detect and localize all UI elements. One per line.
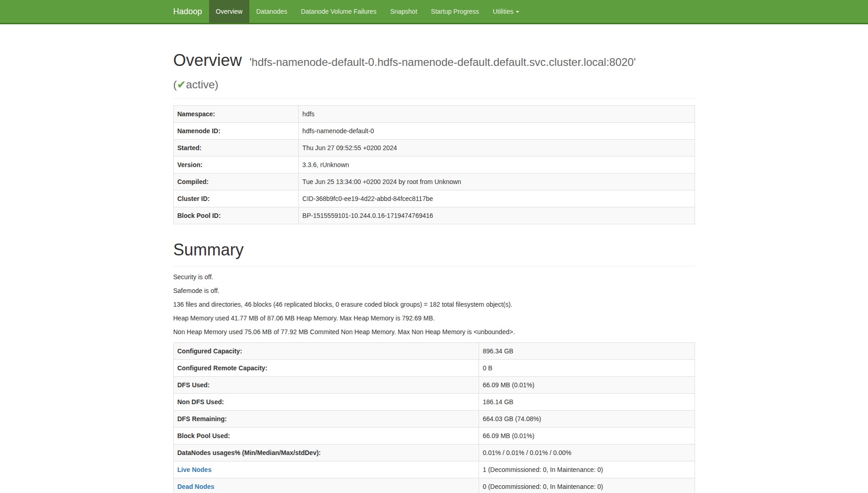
summary-title: Summary	[173, 240, 244, 259]
table-row: Started: Thu Jun 27 09:52:55 +0200 2024	[173, 140, 695, 157]
row-label: DFS Used:	[173, 376, 479, 393]
summary-line-non-heap-memory: Non Heap Memory used 75.06 MB of 77.92 M…	[173, 328, 695, 337]
summary-line-safemode: Safemode is off.	[173, 287, 695, 296]
summary-line-heap-memory: Heap Memory used 41.77 MB of 87.06 MB He…	[173, 314, 695, 323]
navbar-brand[interactable]: Hadoop	[167, 0, 209, 23]
table-row: Non DFS Used: 186.14 GB	[173, 393, 695, 410]
navbar-container: Hadoop Overview Datanodes Datanode Volum…	[167, 0, 702, 23]
table-row: DFS Used: 66.09 MB (0.01%)	[173, 376, 695, 393]
divider	[173, 98, 695, 99]
state-close-paren: )	[215, 78, 218, 91]
caret-down-icon	[516, 11, 519, 13]
row-label: Cluster ID:	[173, 190, 298, 207]
row-label: DataNodes usages% (Min/Median/Max/stdDev…	[173, 444, 479, 461]
table-row: DFS Remaining: 664.03 GB (74.08%)	[173, 410, 695, 427]
nav-item: Snapshot	[383, 0, 424, 23]
live-nodes-link[interactable]: Live Nodes	[178, 466, 212, 473]
row-value: 664.03 GB (74.08%)	[479, 410, 695, 427]
row-value: 1 (Decommissioned: 0, In Maintenance: 0)	[479, 461, 695, 478]
page-title: Overview	[173, 51, 242, 70]
row-value: hdfs-namenode-default-0	[298, 123, 695, 140]
table-row: Compiled: Tue Jun 25 13:34:00 +0200 2024…	[173, 173, 695, 190]
row-label: Version:	[173, 157, 298, 173]
row-label: Configured Capacity:	[173, 342, 479, 359]
nav-item: Utilities	[486, 0, 526, 23]
nav-item: Overview	[209, 0, 249, 23]
summary-line-security: Security is off.	[173, 273, 695, 282]
nav-item: Datanodes	[249, 0, 294, 23]
table-row: Namespace: hdfs	[173, 106, 695, 123]
summary-text: Security is off. Safemode is off. 136 fi…	[173, 273, 695, 337]
row-label: DFS Remaining:	[173, 410, 479, 427]
table-row: Configured Remote Capacity: 0 B	[173, 359, 695, 376]
nav-item: Startup Progress	[424, 0, 486, 23]
table-row: Namenode ID: hdfs-namenode-default-0	[173, 123, 695, 140]
table-row: Block Pool Used: 66.09 MB (0.01%)	[173, 427, 695, 444]
row-label: Started:	[173, 140, 298, 157]
row-label: Namespace:	[173, 106, 298, 123]
row-value: 0 (Decommissioned: 0, In Maintenance: 0)	[479, 478, 695, 493]
row-value: Thu Jun 27 09:52:55 +0200 2024	[298, 140, 695, 157]
nav-item-datanode-volume-failures[interactable]: Datanode Volume Failures	[294, 0, 383, 23]
overview-heading: Overview 'hdfs-namenode-default-0.hdfs-n…	[173, 49, 695, 94]
row-label: Configured Remote Capacity:	[173, 359, 479, 376]
row-value: 0 B	[479, 359, 695, 376]
nav-item-utilities-dropdown[interactable]: Utilities	[486, 0, 526, 23]
row-label: Namenode ID:	[173, 123, 298, 140]
row-label: Live Nodes	[173, 461, 479, 478]
table-row: Live Nodes 1 (Decommissioned: 0, In Main…	[173, 461, 695, 478]
row-value: Tue Jun 25 13:34:00 +0200 2024 by root f…	[298, 173, 695, 190]
row-value: 66.09 MB (0.01%)	[479, 376, 695, 393]
main-content: Overview 'hdfs-namenode-default-0.hdfs-n…	[167, 49, 702, 493]
row-label: Dead Nodes	[173, 478, 479, 493]
row-value: 0.01% / 0.01% / 0.01% / 0.00%	[479, 444, 695, 461]
state-open-paren: (	[173, 78, 177, 91]
namenode-address: 'hdfs-namenode-default-0.hdfs-namenode-d…	[249, 56, 636, 68]
summary-line-filesystem-objects: 136 files and directories, 46 blocks (46…	[173, 300, 695, 309]
row-value: 3.3.6, rUnknown	[298, 157, 695, 173]
row-label: Block Pool ID:	[173, 207, 298, 224]
row-value: 896.34 GB	[479, 342, 695, 359]
row-label: Non DFS Used:	[173, 393, 479, 410]
dead-nodes-link[interactable]: Dead Nodes	[178, 483, 215, 490]
table-row: Configured Capacity: 896.34 GB	[173, 342, 695, 359]
row-label: Block Pool Used:	[173, 427, 479, 444]
nav-item-datanodes[interactable]: Datanodes	[249, 0, 294, 23]
summary-heading: Summary	[173, 239, 695, 261]
row-value: 186.14 GB	[479, 393, 695, 410]
table-row: Version: 3.3.6, rUnknown	[173, 157, 695, 173]
top-navbar: Hadoop Overview Datanodes Datanode Volum…	[0, 0, 868, 24]
navbar-menu: Overview Datanodes Datanode Volume Failu…	[209, 0, 526, 23]
nav-item-overview[interactable]: Overview	[209, 0, 249, 23]
nav-item-snapshot[interactable]: Snapshot	[383, 0, 424, 23]
namenode-info-table: Namespace: hdfs Namenode ID: hdfs-nameno…	[173, 105, 695, 224]
row-label: Compiled:	[173, 173, 298, 190]
table-row: DataNodes usages% (Min/Median/Max/stdDev…	[173, 444, 695, 461]
table-row: Cluster ID: CID-368b9fc0-ee19-4d22-abbd-…	[173, 190, 695, 207]
namenode-state: active	[186, 78, 215, 91]
row-value: CID-368b9fc0-ee19-4d22-abbd-84fcec8117be	[298, 190, 695, 207]
nav-item-startup-progress[interactable]: Startup Progress	[424, 0, 486, 23]
table-row: Dead Nodes 0 (Decommissioned: 0, In Main…	[173, 478, 695, 493]
utilities-label: Utilities	[493, 8, 513, 15]
table-row: Block Pool ID: BP-1515559101-10.244.0.16…	[173, 207, 695, 224]
summary-table: Configured Capacity: 896.34 GB Configure…	[173, 342, 695, 493]
nav-item: Datanode Volume Failures	[294, 0, 383, 23]
row-value: hdfs	[298, 106, 695, 123]
row-value: BP-1515559101-10.244.0.16-1719474769416	[298, 207, 695, 224]
divider	[173, 266, 695, 266]
active-check-icon: ✔	[177, 78, 186, 91]
row-value: 66.09 MB (0.01%)	[479, 427, 695, 444]
